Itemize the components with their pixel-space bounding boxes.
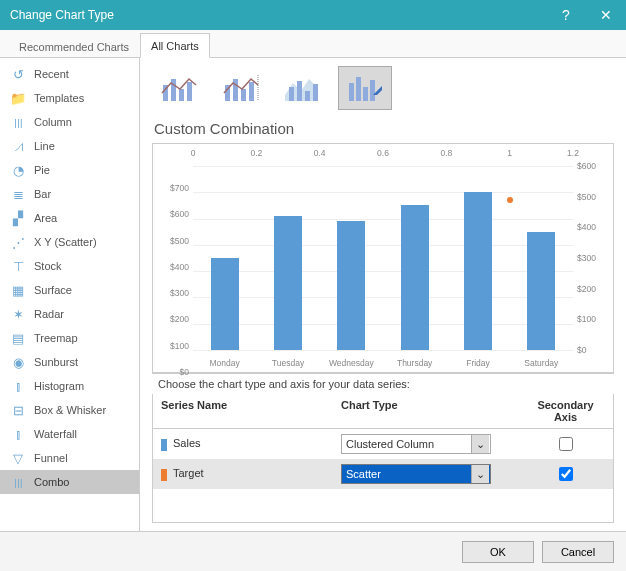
sidebar-item-treemap[interactable]: ▤Treemap (0, 326, 139, 350)
top-x-tick: 0.4 (314, 148, 326, 158)
secondary-axis-checkbox-sales[interactable] (559, 437, 573, 451)
sidebar-item-funnel[interactable]: ▽Funnel (0, 446, 139, 470)
combo-template-2[interactable] (214, 66, 268, 110)
combo-template-row (152, 66, 614, 110)
waterfall-icon: ⫿ (10, 426, 26, 442)
svg-rect-1 (171, 79, 176, 101)
tab-all-charts[interactable]: All Charts (140, 33, 210, 58)
recent-icon: ↺ (10, 66, 26, 82)
sidebar-item-combo[interactable]: ⫼Combo (0, 470, 139, 494)
scatter-point (507, 197, 513, 203)
primary-y-tick: $500 (155, 236, 189, 246)
svg-rect-9 (289, 87, 294, 101)
sidebar-item-line[interactable]: ⩘Line (0, 134, 139, 158)
close-button[interactable]: ✕ (586, 0, 626, 30)
pie-icon: ◔ (10, 162, 26, 178)
svg-rect-2 (179, 89, 184, 101)
secondary-y-tick: $300 (577, 253, 611, 263)
chart-type-select-sales[interactable]: Clustered Column⌄ (341, 434, 491, 454)
tabstrip: Recommended Charts All Charts (0, 30, 626, 58)
bar-saturday (527, 232, 555, 350)
sidebar-item-column[interactable]: ⫼Column (0, 110, 139, 134)
sidebar-item-templates[interactable]: 📁Templates (0, 86, 139, 110)
header-secondary-axis: Secondary Axis (518, 394, 613, 428)
sidebar-item-x-y-scatter-[interactable]: ⋰X Y (Scatter) (0, 230, 139, 254)
series-name-sales: Sales (173, 437, 201, 449)
cancel-button[interactable]: Cancel (542, 541, 614, 563)
series-table: Series Name Chart Type Secondary Axis Sa… (152, 394, 614, 523)
sidebar-item-radar[interactable]: ✶Radar (0, 302, 139, 326)
svg-rect-5 (233, 79, 238, 101)
sidebar-item-area[interactable]: ▞Area (0, 206, 139, 230)
chevron-down-icon: ⌄ (471, 435, 489, 453)
secondary-y-tick: $600 (577, 161, 611, 171)
chart-type-select-target[interactable]: Scatter⌄ (341, 464, 491, 484)
ok-button[interactable]: OK (462, 541, 534, 563)
top-x-tick: 0 (191, 148, 196, 158)
series-name-target: Target (173, 467, 204, 479)
series-row-sales: Sales Clustered Column⌄ (153, 429, 613, 459)
bar-wednesday (337, 221, 365, 350)
dialog-footer: OK Cancel (0, 531, 626, 571)
primary-y-tick: $200 (155, 314, 189, 324)
primary-y-tick: $400 (155, 262, 189, 272)
combo-icon: ⫼ (10, 474, 26, 490)
chevron-down-icon: ⌄ (471, 465, 489, 483)
templates-icon: 📁 (10, 90, 26, 106)
column-icon: ⫼ (10, 114, 26, 130)
svg-rect-13 (349, 83, 354, 101)
sidebar-item-waterfall[interactable]: ⫿Waterfall (0, 422, 139, 446)
surface-icon: ▦ (10, 282, 26, 298)
sidebar-item-stock[interactable]: ⊤Stock (0, 254, 139, 278)
top-x-tick: 0.6 (377, 148, 389, 158)
bar-icon: ≣ (10, 186, 26, 202)
combo-template-1[interactable] (152, 66, 206, 110)
main-panel: Custom Combination $0$100$200$300$400$50… (140, 58, 626, 531)
secondary-y-tick: $100 (577, 314, 611, 324)
top-x-tick: 1.2 (567, 148, 579, 158)
sidebar-item-recent[interactable]: ↺Recent (0, 62, 139, 86)
svg-rect-3 (187, 82, 192, 101)
treemap-icon: ▤ (10, 330, 26, 346)
box-whisker-icon: ⊟ (10, 402, 26, 418)
series-row-target: Target Scatter⌄ (153, 459, 613, 489)
header-series-name: Series Name (153, 394, 333, 428)
svg-rect-16 (370, 80, 375, 101)
sidebar-item-pie[interactable]: ◔Pie (0, 158, 139, 182)
sunburst-icon: ◉ (10, 354, 26, 370)
tab-recommended[interactable]: Recommended Charts (8, 34, 140, 58)
category-label: Monday (210, 358, 240, 368)
primary-y-tick: $100 (155, 341, 189, 351)
sidebar-item-histogram[interactable]: ⫿Histogram (0, 374, 139, 398)
top-x-tick: 1 (507, 148, 512, 158)
primary-y-tick: $0 (155, 367, 189, 377)
radar-icon: ✶ (10, 306, 26, 322)
bar-tuesday (274, 216, 302, 350)
combo-template-3[interactable] (276, 66, 330, 110)
x-y-scatter--icon: ⋰ (10, 234, 26, 250)
help-button[interactable]: ? (546, 0, 586, 30)
swatch-sales (161, 439, 167, 451)
category-label: Tuesday (272, 358, 304, 368)
swatch-target (161, 469, 167, 481)
sidebar-item-surface[interactable]: ▦Surface (0, 278, 139, 302)
secondary-axis-checkbox-target[interactable] (559, 467, 573, 481)
histogram-icon: ⫿ (10, 378, 26, 394)
combo-template-custom[interactable] (338, 66, 392, 110)
bar-monday (211, 258, 239, 350)
bar-friday (464, 192, 492, 350)
primary-y-tick: $300 (155, 288, 189, 298)
header-chart-type: Chart Type (333, 394, 518, 428)
category-label: Saturday (524, 358, 558, 368)
secondary-y-tick: $400 (577, 222, 611, 232)
chart-preview: $0$100$200$300$400$500$600$700$0$100$200… (152, 143, 614, 373)
svg-rect-14 (356, 77, 361, 101)
top-x-tick: 0.8 (440, 148, 452, 158)
sidebar-item-bar[interactable]: ≣Bar (0, 182, 139, 206)
svg-rect-10 (297, 81, 302, 101)
category-label: Thursday (397, 358, 432, 368)
category-label: Wednesday (329, 358, 374, 368)
chart-type-sidebar: ↺Recent📁Templates⫼Column⩘Line◔Pie≣Bar▞Ar… (0, 58, 140, 531)
sidebar-item-box-whisker[interactable]: ⊟Box & Whisker (0, 398, 139, 422)
sidebar-item-sunburst[interactable]: ◉Sunburst (0, 350, 139, 374)
